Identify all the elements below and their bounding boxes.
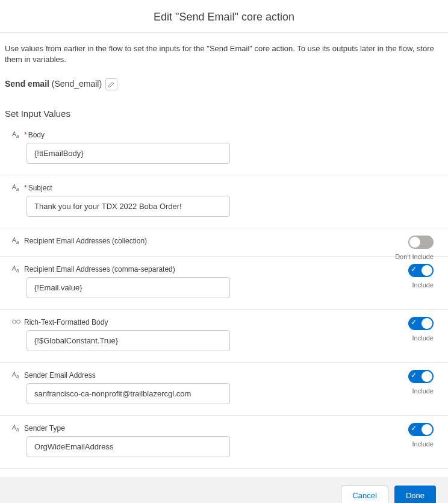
edit-action-button[interactable] xyxy=(105,78,117,90)
dialog-title: Edit "Send Email" core action xyxy=(0,0,448,32)
field-label: Sender Email Address xyxy=(24,371,96,380)
field-rich-text-body: Rich-Text-Formatted Body ✓ Include xyxy=(0,310,448,363)
pencil-icon xyxy=(108,81,114,88)
subject-input[interactable] xyxy=(26,196,230,217)
required-marker: * xyxy=(24,131,27,139)
field-label: Sender Type xyxy=(24,424,65,433)
recipient-comma-input[interactable] xyxy=(26,277,230,298)
required-marker: * xyxy=(24,184,27,192)
field-label: Recipient Email Addresses (collection) xyxy=(24,237,147,245)
include-toggle-recipient-collection[interactable] xyxy=(408,236,434,249)
field-label: Rich-Text-Formatted Body xyxy=(24,318,108,326)
sender-email-input[interactable] xyxy=(26,383,230,404)
field-sender-type: Aa Sender Type ✓ Include xyxy=(0,416,448,469)
text-type-icon: Aa xyxy=(12,424,20,433)
text-type-icon: Aa xyxy=(12,371,20,380)
field-label: Subject xyxy=(28,184,52,192)
field-body: Aa *Body xyxy=(0,122,448,175)
svg-point-1 xyxy=(17,320,20,323)
include-toggle-recipient-comma[interactable]: ✓ xyxy=(408,264,434,277)
action-label: Send email xyxy=(5,79,49,89)
field-recipient-collection: Aa Recipient Email Addresses (collection… xyxy=(0,228,448,257)
include-toggle-sender-email[interactable]: ✓ xyxy=(408,370,434,383)
toggle-label: Include xyxy=(408,334,434,342)
sender-type-input[interactable] xyxy=(26,436,230,457)
toggle-label: Include xyxy=(408,387,434,395)
field-label: Body xyxy=(28,131,45,139)
include-toggle-rich-text[interactable]: ✓ xyxy=(408,317,434,330)
cancel-button[interactable]: Cancel xyxy=(341,486,388,503)
field-recipient-comma: Aa Recipient Email Addresses (comma-sepa… xyxy=(0,257,448,310)
text-type-icon: Aa xyxy=(12,237,20,245)
action-api-name: (Send_email) xyxy=(52,79,102,89)
text-type-icon: Aa xyxy=(12,265,20,273)
section-heading: Set Input Values xyxy=(0,93,448,122)
rich-text-input[interactable] xyxy=(26,330,230,351)
text-type-icon: Aa xyxy=(12,184,20,192)
svg-point-0 xyxy=(13,320,16,323)
done-button[interactable]: Done xyxy=(394,486,436,503)
text-type-icon: Aa xyxy=(12,131,20,139)
toggle-label: Include xyxy=(408,440,434,448)
body-input[interactable] xyxy=(26,143,230,164)
boolean-type-icon xyxy=(12,318,20,326)
field-sender-email: Aa Sender Email Address ✓ Include xyxy=(0,363,448,416)
action-name-row: Send email (Send_email) xyxy=(0,72,448,93)
field-label: Recipient Email Addresses (comma-separat… xyxy=(24,265,175,273)
toggle-label: Include xyxy=(408,281,434,289)
intro-text: Use values from earlier in the flow to s… xyxy=(0,33,448,72)
dialog-footer: Cancel Done xyxy=(0,477,448,503)
field-subject: Aa *Subject xyxy=(0,175,448,228)
include-toggle-sender-type[interactable]: ✓ xyxy=(408,423,434,436)
